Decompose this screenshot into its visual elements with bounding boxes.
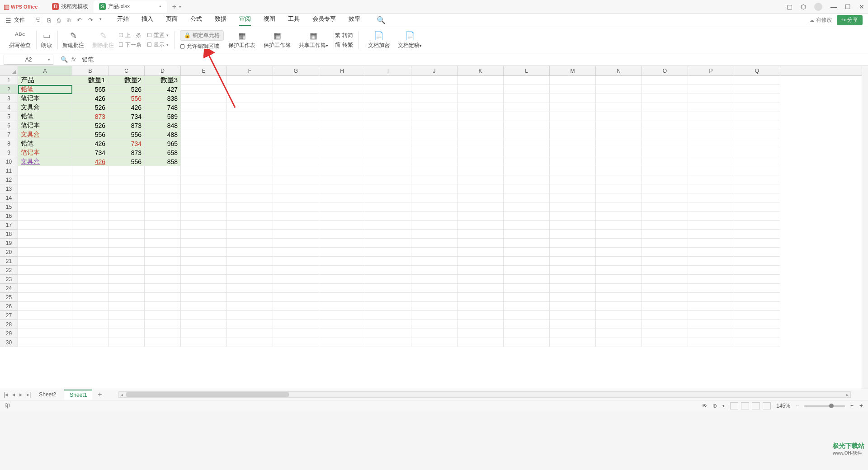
- cell-L25[interactable]: [504, 293, 550, 302]
- cell-K2[interactable]: [458, 85, 504, 94]
- cell-K6[interactable]: [458, 121, 504, 130]
- sheet-tab-sheet1[interactable]: Sheet1: [64, 390, 92, 400]
- cell-K22[interactable]: [458, 266, 504, 275]
- cell-F26[interactable]: [227, 302, 273, 311]
- menu-tab-会员专享[interactable]: 会员专享: [312, 15, 336, 26]
- cell-A12[interactable]: [18, 175, 72, 184]
- cloud-status[interactable]: ☁ 有修改: [809, 16, 832, 24]
- cell-G26[interactable]: [273, 302, 319, 311]
- cell-P13[interactable]: [688, 184, 734, 193]
- cell-Q15[interactable]: [734, 202, 780, 212]
- cell-I14[interactable]: [365, 193, 411, 202]
- zoom-in-icon[interactable]: +: [850, 403, 854, 409]
- zoom-level[interactable]: 145%: [776, 403, 790, 409]
- cell-G19[interactable]: [273, 239, 319, 248]
- cell-K5[interactable]: [458, 112, 504, 121]
- cell-P7[interactable]: [688, 130, 734, 139]
- cell-D3[interactable]: 838: [145, 94, 181, 103]
- cell-N17[interactable]: [596, 221, 642, 230]
- cell-P18[interactable]: [688, 230, 734, 239]
- cell-O26[interactable]: [642, 302, 688, 311]
- cell-M10[interactable]: [550, 157, 596, 166]
- sheet-tab-sheet2[interactable]: Sheet2: [33, 390, 61, 399]
- cell-Q21[interactable]: [734, 257, 780, 266]
- cell-C9[interactable]: 873: [108, 148, 145, 157]
- chevron-icon[interactable]: ▾: [722, 404, 725, 408]
- cell-B13[interactable]: [72, 184, 108, 193]
- cell-A30[interactable]: [18, 338, 72, 347]
- cell-K25[interactable]: [458, 293, 504, 302]
- cell-O4[interactable]: [642, 103, 688, 112]
- cell-D16[interactable]: [145, 212, 181, 221]
- cell-F28[interactable]: [227, 320, 273, 329]
- cell-B23[interactable]: [72, 275, 108, 284]
- cell-C15[interactable]: [108, 202, 145, 212]
- cell-M28[interactable]: [550, 320, 596, 329]
- cell-E12[interactable]: [181, 175, 227, 184]
- cell-B3[interactable]: 426: [72, 94, 108, 103]
- cell-N13[interactable]: [596, 184, 642, 193]
- cell-H8[interactable]: [319, 139, 365, 148]
- cell-Q10[interactable]: [734, 157, 780, 166]
- cell-M9[interactable]: [550, 148, 596, 157]
- cell-F19[interactable]: [227, 239, 273, 248]
- cell-M25[interactable]: [550, 293, 596, 302]
- row-header-15[interactable]: 15: [0, 202, 18, 212]
- cell-N27[interactable]: [596, 311, 642, 320]
- cell-J4[interactable]: [411, 103, 458, 112]
- view-normal-icon[interactable]: [730, 402, 738, 409]
- cell-L21[interactable]: [504, 257, 550, 266]
- cell-G8[interactable]: [273, 139, 319, 148]
- cell-F20[interactable]: [227, 248, 273, 257]
- cell-C2[interactable]: 526: [108, 85, 145, 94]
- cell-I27[interactable]: [365, 311, 411, 320]
- cell-P20[interactable]: [688, 248, 734, 257]
- menu-tab-页面[interactable]: 页面: [166, 15, 178, 26]
- cell-I26[interactable]: [365, 302, 411, 311]
- cell-G23[interactable]: [273, 275, 319, 284]
- save-icon[interactable]: 🖫: [35, 17, 41, 24]
- cell-M27[interactable]: [550, 311, 596, 320]
- cell-Q12[interactable]: [734, 175, 780, 184]
- cell-I25[interactable]: [365, 293, 411, 302]
- cell-H6[interactable]: [319, 121, 365, 130]
- cell-K27[interactable]: [458, 311, 504, 320]
- cell-C3[interactable]: 556: [108, 94, 145, 103]
- row-header-29[interactable]: 29: [0, 329, 18, 338]
- row-header-22[interactable]: 22: [0, 266, 18, 275]
- cell-A21[interactable]: [18, 257, 72, 266]
- cell-K28[interactable]: [458, 320, 504, 329]
- cell-L20[interactable]: [504, 248, 550, 257]
- cell-M1[interactable]: [550, 76, 596, 85]
- col-header-I[interactable]: I: [365, 66, 411, 75]
- cell-F17[interactable]: [227, 221, 273, 230]
- cell-A4[interactable]: 文具盒: [18, 103, 72, 112]
- cell-A10[interactable]: 文具盒: [18, 157, 72, 166]
- cell-C28[interactable]: [108, 320, 145, 329]
- cell-C19[interactable]: [108, 239, 145, 248]
- cell-L18[interactable]: [504, 230, 550, 239]
- cell-B22[interactable]: [72, 266, 108, 275]
- menu-tab-开始[interactable]: 开始: [117, 15, 129, 26]
- cell-G29[interactable]: [273, 329, 319, 338]
- cell-O12[interactable]: [642, 175, 688, 184]
- status-mode-icon[interactable]: 印: [5, 402, 10, 410]
- cell-J29[interactable]: [411, 329, 458, 338]
- cell-Q30[interactable]: [734, 338, 780, 347]
- cell-B25[interactable]: [72, 293, 108, 302]
- cell-P25[interactable]: [688, 293, 734, 302]
- cell-P10[interactable]: [688, 157, 734, 166]
- row-header-30[interactable]: 30: [0, 338, 18, 347]
- cell-A24[interactable]: [18, 284, 72, 293]
- cell-H13[interactable]: [319, 184, 365, 193]
- cell-P19[interactable]: [688, 239, 734, 248]
- cell-I15[interactable]: [365, 202, 411, 212]
- cell-O29[interactable]: [642, 329, 688, 338]
- cell-B11[interactable]: [72, 166, 108, 175]
- cell-A29[interactable]: [18, 329, 72, 338]
- cell-F10[interactable]: [227, 157, 273, 166]
- sheet-prev-icon[interactable]: ◂: [12, 391, 15, 398]
- rib-new-comment[interactable]: ✎ 新建批注: [59, 31, 88, 49]
- cell-C11[interactable]: [108, 166, 145, 175]
- cell-D21[interactable]: [145, 257, 181, 266]
